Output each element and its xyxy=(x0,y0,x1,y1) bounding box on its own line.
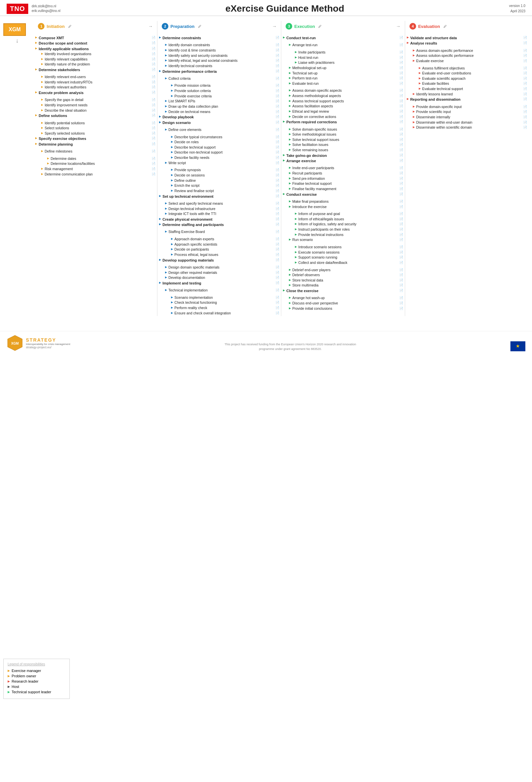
item-arrow-icon: ▶ xyxy=(283,159,285,162)
item-label: Describe scope and context xyxy=(39,41,151,45)
item-label: Identify involved organisations xyxy=(44,52,151,57)
doc-icon: 📄 xyxy=(276,258,279,262)
item-arrow-icon: ▶ xyxy=(171,156,173,159)
tree-item: ▶ Evaluate technical support 📄 xyxy=(419,87,527,92)
item-label: Identify ethical, legal and societal con… xyxy=(168,59,275,63)
doc-icon: 📄 xyxy=(400,61,403,65)
doc-icon: 📄 xyxy=(276,265,279,270)
tree-item: ▶ Solve domain-specific issues 📄 xyxy=(289,127,403,132)
tree-item: ▶ Arrange hot wash-up 📄 xyxy=(289,296,403,300)
item-label: Provide domain-specific input xyxy=(416,105,522,109)
tree-item: ▶ Risk management 📄 xyxy=(41,167,155,172)
doc-icon: 📄 xyxy=(276,212,279,216)
item-arrow-icon: ▶ xyxy=(289,76,291,80)
tree-item: ▶ Identify technical constraints 📄 xyxy=(165,64,279,68)
tree-item: ▶ Identify relevant capabilities 📄 xyxy=(41,57,155,62)
header-left: TNO dirk.stolk@tno.nl erik.vullings@tno.… xyxy=(7,4,61,14)
item-arrow-icon: ▶ xyxy=(419,77,421,80)
doc-icon: 📄 xyxy=(276,311,279,315)
doc-icon: 📄 xyxy=(276,99,279,103)
tree-item: ▶ Provide solution criteria 📄 xyxy=(171,89,279,94)
legend-arrow-icon: ▶ xyxy=(8,680,10,683)
tree-item: ▶ Perform required corrections 📄 xyxy=(283,120,403,124)
item-label: Assess methodological aspects xyxy=(292,94,398,98)
doc-icon: 📄 xyxy=(400,66,403,70)
tree-item: ▶ Solve facilitation issues 📄 xyxy=(289,143,403,147)
doc-icon: 📄 xyxy=(400,153,403,157)
item-arrow-icon: ▶ xyxy=(171,243,173,246)
item-label: Specify selected solutions xyxy=(44,131,151,136)
item-label: Inform of logistics, safety and security xyxy=(298,222,398,227)
item-arrow-icon: ▶ xyxy=(289,89,291,92)
doc-icon: 📄 xyxy=(523,49,527,53)
legend-arrow-icon: ▶ xyxy=(8,685,10,688)
item-label: Evaluate facilities xyxy=(422,81,522,86)
tree-item: ▶ Debrief observers 📄 xyxy=(289,273,403,278)
tree-item: ▶ Identify improvement needs 📄 xyxy=(41,103,155,108)
tree-item: ▶ Select and specify technical means 📄 xyxy=(165,202,279,206)
xgm-box: XGM xyxy=(3,23,26,36)
tree-item: ▶ Disseminate internally 📄 xyxy=(413,115,527,120)
doc-icon: 📄 xyxy=(152,41,155,45)
doc-icon: 📄 xyxy=(276,223,279,227)
legend-item: ▶ Technical support leader xyxy=(8,690,66,694)
item-arrow-icon: ▶ xyxy=(159,121,161,124)
tree-item: ▶ List SMART KPIs 📄 xyxy=(165,99,279,104)
doc-icon: 📄 xyxy=(400,110,403,114)
tree-item: ▶ Provide synopsis 📄 xyxy=(171,168,279,173)
item-label: Finalise facility management xyxy=(292,187,398,191)
doc-icon: 📄 xyxy=(400,36,403,40)
item-label: Evaluate test-run xyxy=(292,81,398,86)
doc-icon: 📄 xyxy=(276,161,279,165)
item-label: Recruit participants xyxy=(292,171,398,176)
tree-item: ▶ Evaluate scientific approach 📄 xyxy=(419,76,527,81)
item-arrow-icon: ▶ xyxy=(159,281,161,284)
tree-item: ▶ Assess domain-specific aspects 📄 xyxy=(289,88,403,93)
item-label: Define milestones xyxy=(44,149,151,154)
item-arrow-icon: ▶ xyxy=(35,41,37,44)
item-label: Arrange hot wash-up xyxy=(292,296,398,300)
item-arrow-icon: ▶ xyxy=(159,69,161,73)
item-arrow-icon: ▶ xyxy=(171,301,173,304)
tree-item: ▶ Arrange test-run 📄 xyxy=(289,43,403,47)
item-label: Arrange test-run xyxy=(292,43,398,47)
doc-icon: 📄 xyxy=(152,157,155,161)
item-label: Decide on corrective actions xyxy=(292,115,398,119)
item-label: Close the exercise xyxy=(286,288,398,293)
doc-icon: 📄 xyxy=(152,58,155,62)
phase-initiation: 1 Initiation 🖊 → ▶ Compose XMT 📄 ▶ Descr… xyxy=(34,21,157,316)
doc-icon: 📄 xyxy=(400,238,403,242)
doc-icon: 📄 xyxy=(152,36,155,40)
strategy-hexagon-icon: XGM xyxy=(7,335,23,351)
item-arrow-icon: ▶ xyxy=(289,82,291,85)
doc-icon: 📄 xyxy=(276,121,279,125)
tree-item: ▶ Compose XMT 📄 xyxy=(35,36,155,40)
tree-item: ▶ Describe typical circumstances 📄 xyxy=(171,135,279,140)
item-arrow-icon: ▶ xyxy=(41,80,43,84)
item-label: Provide exercise criteria xyxy=(174,94,275,99)
tree-item: ▶ Finalise technical support 📄 xyxy=(289,181,403,186)
doc-icon: 📄 xyxy=(523,110,527,114)
item-arrow-icon: ▶ xyxy=(283,192,285,196)
item-label: Check technical functioning xyxy=(174,300,275,305)
item-arrow-icon: ▶ xyxy=(171,179,173,182)
tree-item: ▶ Arrange exercise 📄 xyxy=(283,158,403,163)
item-label: Disseminate within scientific domain xyxy=(416,125,522,130)
legend-arrow-icon: ▶ xyxy=(8,690,10,694)
doc-icon: 📄 xyxy=(400,301,403,306)
doc-icon: 📄 xyxy=(152,75,155,79)
doc-icon: 📄 xyxy=(276,128,279,132)
item-label: Provide technical instructions xyxy=(298,233,398,237)
doc-icon: 📄 xyxy=(152,121,155,125)
doc-icon: 📄 xyxy=(276,202,279,206)
doc-icon: 📄 xyxy=(400,205,403,209)
item-label: Collect and store data/feedback xyxy=(298,260,398,265)
item-arrow-icon: ▶ xyxy=(289,187,291,190)
item-arrow-icon: ▶ xyxy=(295,233,297,236)
item-label: Discuss end-user perspective xyxy=(292,301,398,306)
tree-item: ▶ Solve remaining issues 📄 xyxy=(289,148,403,152)
doc-icon: 📄 xyxy=(276,54,279,58)
item-arrow-icon: ▶ xyxy=(35,114,37,117)
item-arrow-icon: ▶ xyxy=(165,288,167,292)
phase4-icon: 🖊 xyxy=(443,25,447,28)
